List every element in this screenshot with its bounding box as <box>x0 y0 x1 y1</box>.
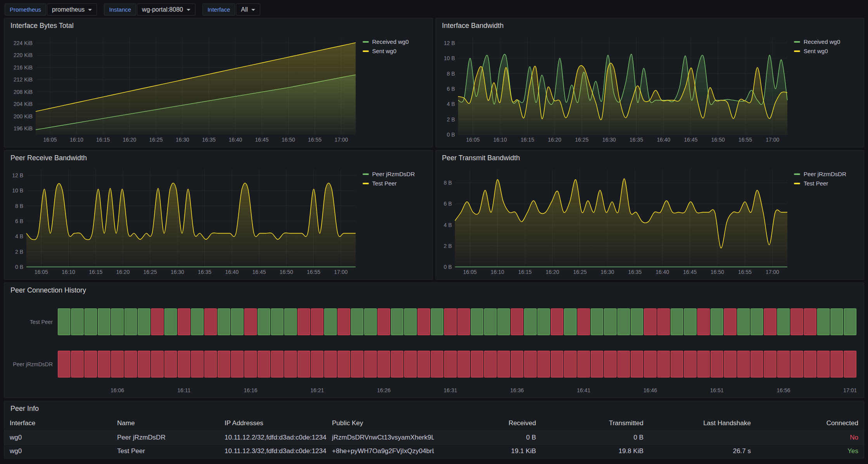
state-bar[interactable] <box>817 351 829 377</box>
state-bar[interactable] <box>391 309 403 335</box>
state-bar[interactable] <box>844 351 856 377</box>
state-bar[interactable] <box>657 351 669 377</box>
legend-item-received-wg0[interactable]: Received wg0 <box>794 38 858 45</box>
state-bar[interactable] <box>484 351 496 377</box>
state-bar[interactable] <box>151 309 163 335</box>
legend-item-sent-wg0[interactable]: Sent wg0 <box>794 48 858 54</box>
state-bar[interactable] <box>444 351 456 377</box>
state-bar[interactable] <box>471 309 483 335</box>
state-bar[interactable] <box>737 309 749 335</box>
state-bar[interactable] <box>58 309 70 335</box>
state-bar[interactable] <box>578 351 590 377</box>
state-bar[interactable] <box>138 309 150 335</box>
legend-item-sent-wg0[interactable]: Sent wg0 <box>363 48 427 54</box>
table-header-interface[interactable]: Interface <box>4 416 112 431</box>
state-bar[interactable] <box>325 351 337 377</box>
state-bar[interactable] <box>231 309 243 335</box>
state-bar[interactable] <box>418 309 430 335</box>
state-bar[interactable] <box>458 351 470 377</box>
state-bar[interactable] <box>644 351 656 377</box>
state-bar[interactable] <box>405 309 417 335</box>
state-bar[interactable] <box>498 309 510 335</box>
state-bar[interactable] <box>564 351 576 377</box>
state-bar[interactable] <box>231 351 243 377</box>
state-bar[interactable] <box>191 309 203 335</box>
panel-title[interactable]: Interface Bandwidth <box>436 18 864 33</box>
state-bar[interactable] <box>244 309 256 335</box>
state-bar[interactable] <box>551 351 563 377</box>
state-bar[interactable] <box>164 351 176 377</box>
legend-item-peer-jrzmdsdr[interactable]: Peer jRzmDsDR <box>363 171 427 177</box>
table-header-ip-addresses[interactable]: IP Addresses <box>219 416 327 431</box>
state-bar[interactable] <box>524 351 536 377</box>
state-bar[interactable] <box>98 351 110 377</box>
state-bar[interactable] <box>338 351 350 377</box>
state-timeline-chart[interactable]: Test PeerPeer jRzmDsDR16:0616:1116:1616:… <box>7 298 861 395</box>
state-bar[interactable] <box>204 351 216 377</box>
state-bar[interactable] <box>671 309 683 335</box>
state-bar[interactable] <box>724 351 736 377</box>
state-bar[interactable] <box>764 309 776 335</box>
panel-title[interactable]: Interface Bytes Total <box>4 18 432 33</box>
state-bar[interactable] <box>804 309 816 335</box>
state-bar[interactable] <box>751 309 763 335</box>
state-bar[interactable] <box>711 309 723 335</box>
table-header-public-key[interactable]: Public Key <box>327 416 434 431</box>
state-bar[interactable] <box>191 351 203 377</box>
state-bar[interactable] <box>178 309 190 335</box>
state-bar[interactable] <box>178 351 190 377</box>
state-bar[interactable] <box>164 309 176 335</box>
state-bar[interactable] <box>578 309 590 335</box>
state-bar[interactable] <box>831 309 843 335</box>
state-bar[interactable] <box>418 351 430 377</box>
state-bar[interactable] <box>365 351 377 377</box>
variable-dropdown-instance[interactable]: wg-portal:8080 <box>137 3 195 16</box>
state-bar[interactable] <box>124 309 137 335</box>
panel-title[interactable]: Peer Info <box>4 401 864 416</box>
state-bar[interactable] <box>498 351 510 377</box>
state-bar[interactable] <box>631 309 643 335</box>
state-bar[interactable] <box>844 309 856 335</box>
state-bar[interactable] <box>98 309 110 335</box>
state-bar[interactable] <box>617 309 629 335</box>
variable-dropdown-interface[interactable]: All <box>236 3 260 16</box>
legend-item-received-wg0[interactable]: Received wg0 <box>363 38 427 45</box>
state-bar[interactable] <box>524 309 536 335</box>
state-bar[interactable] <box>311 351 323 377</box>
state-bar[interactable] <box>285 351 297 377</box>
state-bar[interactable] <box>58 351 70 377</box>
state-bar[interactable] <box>751 351 763 377</box>
state-bar[interactable] <box>325 309 337 335</box>
state-bar[interactable] <box>657 309 669 335</box>
state-bar[interactable] <box>218 309 230 335</box>
legend-item-peer-jrzmdsdr[interactable]: Peer jRzmDsDR <box>794 171 858 177</box>
state-bar[interactable] <box>365 309 377 335</box>
timeseries-chart[interactable]: 0 B2 B4 B6 B8 B16:0516:1016:1516:2016:25… <box>439 165 790 277</box>
state-bar[interactable] <box>591 351 603 377</box>
state-bar[interactable] <box>511 351 523 377</box>
state-bar[interactable] <box>538 309 550 335</box>
state-bar[interactable] <box>764 351 776 377</box>
state-bar[interactable] <box>631 351 643 377</box>
state-bar[interactable] <box>391 351 403 377</box>
state-bar[interactable] <box>711 351 723 377</box>
state-bar[interactable] <box>258 351 270 377</box>
timeseries-chart[interactable]: 0 B2 B4 B6 B8 B10 B12 B16:0516:1016:1516… <box>439 33 790 145</box>
state-bar[interactable] <box>71 309 83 335</box>
table-header-connected[interactable]: Connected <box>756 416 864 431</box>
legend-item-test-peer[interactable]: Test Peer <box>794 180 858 187</box>
state-bar[interactable] <box>351 309 363 335</box>
state-bar[interactable] <box>538 351 550 377</box>
state-bar[interactable] <box>285 309 297 335</box>
state-bar[interactable] <box>791 351 803 377</box>
state-bar[interactable] <box>151 351 163 377</box>
state-bar[interactable] <box>258 309 270 335</box>
state-bar[interactable] <box>298 309 310 335</box>
state-bar[interactable] <box>697 309 709 335</box>
state-bar[interactable] <box>671 351 683 377</box>
state-bar[interactable] <box>298 351 310 377</box>
legend-item-test-peer[interactable]: Test Peer <box>363 180 427 187</box>
variable-dropdown-prometheus[interactable]: prometheus <box>47 3 97 16</box>
state-bar[interactable] <box>484 309 496 335</box>
state-bar[interactable] <box>204 309 216 335</box>
